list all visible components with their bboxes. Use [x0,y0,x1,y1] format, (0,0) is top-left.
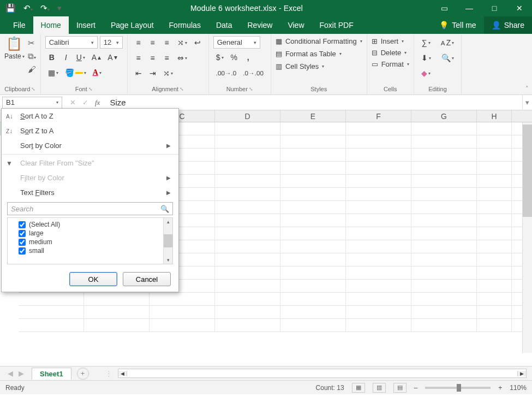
dialog-launcher-icon[interactable]: ⤡ [88,86,93,92]
dialog-launcher-icon[interactable]: ⤡ [180,86,184,92]
conditional-formatting-button[interactable]: ▦Conditional Formatting▾ [276,36,362,46]
tab-file[interactable]: File [5,16,33,34]
cell-D1[interactable] [215,122,280,135]
page-break-view-icon[interactable]: ▤ [393,383,407,393]
wrap-text-button[interactable]: ↩ [191,36,204,49]
format-painter-icon[interactable]: 🖌 [28,64,36,74]
cell-styles-button[interactable]: ▥Cell Styles▾ [276,61,324,72]
bold-button[interactable]: B [45,51,58,64]
align-middle-button[interactable]: ≡ [146,36,159,49]
vertical-scrollbar[interactable] [522,122,532,353]
number-format-combo[interactable]: General▾ [213,36,260,49]
align-bottom-button[interactable]: ≡ [160,36,174,49]
delete-cells-button[interactable]: ⊟Delete▾ [372,48,407,58]
new-sheet-button[interactable]: + [77,368,89,380]
collapse-ribbon-icon[interactable]: ˄ [525,85,529,92]
undo-icon[interactable]: ↶▾ [23,3,33,13]
orientation-alt-button[interactable]: ⤭▾ [160,67,176,80]
maximize-icon[interactable]: □ [482,4,507,13]
minimize-icon[interactable]: — [457,4,482,13]
tab-view[interactable]: View [280,16,312,34]
cell-H1[interactable] [477,122,512,135]
italic-button[interactable]: I [59,51,73,64]
increase-font-button[interactable]: A▴ [89,51,104,64]
filter-item-select-all[interactable]: (Select All) [12,220,168,229]
paste-button[interactable]: 📋 Paste ▾ [4,36,25,60]
font-name-combo[interactable]: Calibri▾ [45,36,98,49]
save-icon[interactable]: 💾 [5,3,16,13]
col-header-H[interactable]: H [477,110,512,122]
ribbon-display-icon[interactable]: ▭ [432,4,457,13]
page-layout-view-icon[interactable]: ▥ [373,383,386,393]
col-header-G[interactable]: G [411,110,477,122]
sheet-tab-sheet1[interactable]: Sheet1 [32,368,71,380]
align-center-button[interactable]: ≡ [146,51,159,64]
next-sheet-icon[interactable]: ▶ [19,369,24,377]
tab-foxit-pdf[interactable]: Foxit PDF [312,16,361,34]
tab-home[interactable]: Home [33,16,69,34]
close-icon[interactable]: ✕ [507,4,532,13]
align-left-button[interactable]: ≡ [132,51,145,64]
sort-z-to-a[interactable]: Z↓Sort Z to A [2,123,178,138]
accounting-format-button[interactable]: $▾ [213,51,226,64]
insert-cells-button[interactable]: ⊞Insert▾ [372,36,404,46]
zoom-level[interactable]: 110% [510,384,527,392]
normal-view-icon[interactable]: ▦ [352,383,365,393]
prev-sheet-icon[interactable]: ◀ [8,369,13,377]
cell-E1[interactable] [280,122,346,135]
tab-insert[interactable]: Insert [69,16,103,34]
find-select-button[interactable]: 🔍▾ [438,51,457,64]
cut-icon[interactable]: ✂ [28,38,36,48]
font-size-combo[interactable]: 12▾ [100,36,123,49]
ok-button[interactable]: OK [69,272,117,286]
dialog-launcher-icon[interactable]: ⤡ [249,86,253,92]
autosum-button[interactable]: ∑▾ [419,36,434,49]
percent-button[interactable]: % [228,51,241,64]
dialog-launcher-icon[interactable]: ⤡ [31,86,35,92]
decrease-font-button[interactable]: A▾ [105,51,119,64]
tab-data[interactable]: Data [208,16,240,34]
tell-me[interactable]: 💡Tell me [432,16,483,34]
increase-decimal-button[interactable]: .00→.0 [213,66,240,79]
filter-item-small[interactable]: small [12,246,168,255]
align-right-button[interactable]: ≡ [160,51,174,64]
zoom-slider[interactable] [425,387,491,389]
filter-search-input[interactable]: Search🔍 [7,202,173,215]
filter-item-medium[interactable]: medium [12,238,168,246]
decrease-decimal-button[interactable]: .0→.00 [240,66,266,79]
col-header-F[interactable]: F [346,110,411,122]
orientation-button[interactable]: ⤭▾ [175,36,190,49]
font-color-button[interactable]: A▾ [90,66,104,79]
col-header-E[interactable]: E [280,110,346,122]
tab-review[interactable]: Review [240,16,280,34]
format-cells-button[interactable]: ▭Format▾ [372,59,409,69]
formula-input[interactable]: Size [105,98,522,107]
cell-G1[interactable] [411,122,477,135]
checklist-scrollbar[interactable]: ▴▾ [163,218,172,264]
fill-button[interactable]: ⬇▾ [419,51,434,64]
fill-color-button[interactable]: 🪣▾ [62,66,89,79]
expand-formula-bar-icon[interactable]: ▾ [522,95,532,110]
horizontal-scrollbar[interactable]: ◀▶ [118,369,527,378]
decrease-indent-button[interactable]: ⇤ [132,67,145,80]
zoom-in-button[interactable]: + [498,384,502,392]
qat-customize-icon[interactable]: ▾ [57,3,62,13]
cancel-button[interactable]: Cancel [123,272,171,286]
cell-F1[interactable] [346,122,411,135]
enter-formula-icon[interactable]: ✓ [82,98,88,107]
merge-center-button[interactable]: ⇔▾ [175,51,190,64]
redo-icon[interactable]: ↷▾ [40,3,50,13]
fx-icon[interactable]: fx [95,98,100,107]
align-top-button[interactable]: ≡ [132,36,145,49]
col-header-D[interactable]: D [215,110,280,122]
zoom-out-button[interactable]: – [414,384,418,392]
sort-filter-button[interactable]: AZ▾ [438,36,457,49]
format-as-table-button[interactable]: ▤Format as Table▾ [276,49,342,59]
filter-item-large[interactable]: large [12,229,168,238]
increase-indent-button[interactable]: ⇥ [146,67,159,80]
sort-a-to-z[interactable]: A↓Sort A to Z [2,109,178,123]
share-button[interactable]: 👤Share [484,16,532,34]
text-filters[interactable]: Text Filters▶ [2,185,178,200]
tab-formulas[interactable]: Formulas [162,16,208,34]
cancel-formula-icon[interactable]: ✕ [70,98,76,107]
